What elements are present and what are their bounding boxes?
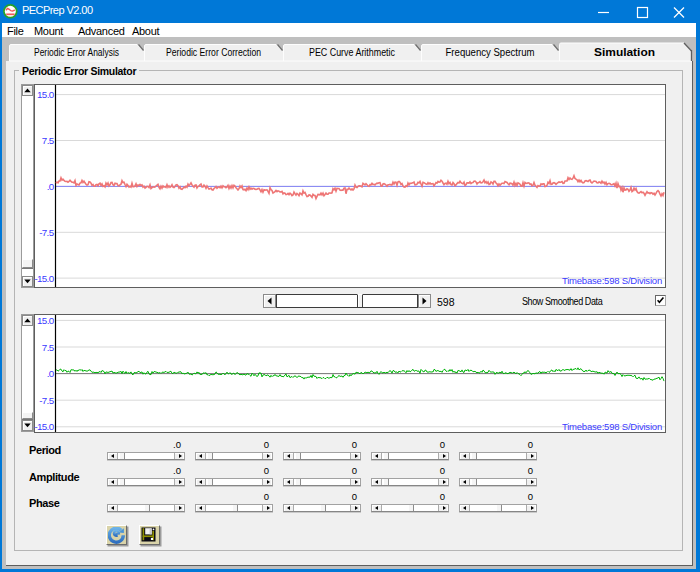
svg-text:15.0: 15.0 — [37, 315, 55, 326]
svg-text:Periodic Error Analysis: Periodic Error Analysis — [34, 47, 119, 58]
svg-text:15.0: 15.0 — [37, 89, 55, 100]
svg-text:.0: .0 — [47, 181, 55, 192]
svg-text:Timebase:598 S/Division: Timebase:598 S/Division — [562, 275, 662, 286]
svg-text:-15.0: -15.0 — [34, 421, 54, 432]
svg-text:-7.5: -7.5 — [39, 395, 54, 406]
svg-text:-15.0: -15.0 — [34, 273, 54, 284]
svg-text:.0: .0 — [47, 368, 55, 379]
svg-text:Periodic Error Correction: Periodic Error Correction — [166, 47, 261, 58]
svg-text:7.5: 7.5 — [42, 135, 55, 146]
svg-text:-7.5: -7.5 — [39, 227, 54, 238]
svg-text:Timebase:598 S/Division: Timebase:598 S/Division — [562, 421, 662, 432]
svg-text:Frequency Spectrum: Frequency Spectrum — [446, 47, 535, 58]
svg-text:7.5: 7.5 — [42, 342, 55, 353]
svg-text:PEC Curve Arithmetic: PEC Curve Arithmetic — [309, 47, 395, 58]
svg-text:Simulation: Simulation — [594, 46, 655, 58]
